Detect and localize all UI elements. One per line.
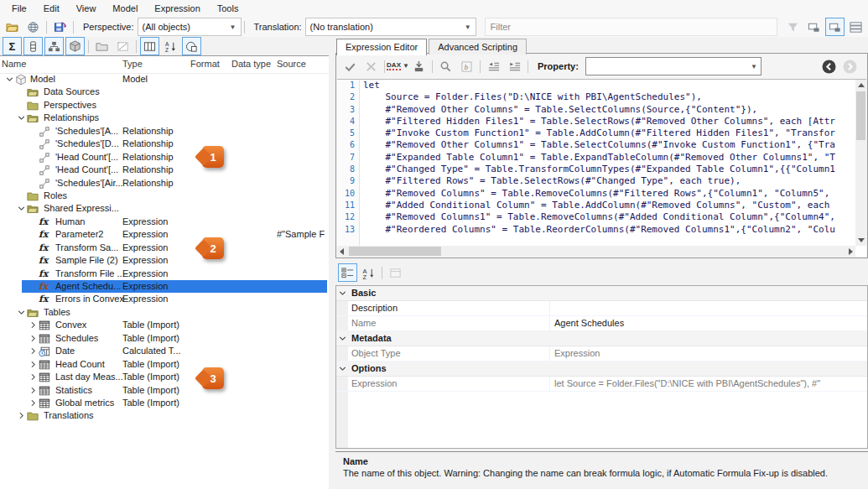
tree-row[interactable]: Global metricsTable (Import) bbox=[0, 397, 329, 409]
sigma-button[interactable]: Σ bbox=[3, 37, 22, 55]
indent-button[interactable] bbox=[505, 57, 524, 75]
tree-row[interactable]: Last day Meas...Table (Import) bbox=[0, 371, 329, 383]
property-row[interactable]: NameAgent Schedules bbox=[336, 316, 867, 331]
column-header-source[interactable]: Source bbox=[277, 59, 306, 69]
tree-row[interactable]: Roles bbox=[0, 190, 329, 202]
tree-row[interactable]: 'Schedules'[Air...Relationship bbox=[0, 177, 329, 190]
columns-button[interactable] bbox=[140, 37, 159, 55]
horizontal-scroll-thumb[interactable] bbox=[349, 247, 441, 256]
scroll-down-icon[interactable] bbox=[858, 238, 865, 242]
expander-icon[interactable] bbox=[28, 372, 39, 382]
tree-row[interactable]: 'Head Count'[...Relationship bbox=[0, 151, 329, 164]
expander-icon[interactable] bbox=[28, 346, 39, 356]
code-editor[interactable]: 12345678910111213 let Source = Folder.Fi… bbox=[337, 79, 866, 257]
expander-icon[interactable] bbox=[4, 74, 15, 85]
column-header-name[interactable]: Name bbox=[2, 59, 26, 69]
tree-row[interactable]: ConvexTable (Import) bbox=[0, 319, 329, 331]
dax-formatter-button[interactable]: DAX▼ bbox=[388, 57, 408, 75]
categorized-button[interactable] bbox=[338, 263, 357, 282]
tree-row[interactable]: fxHumanExpression bbox=[0, 216, 329, 228]
measures-button[interactable] bbox=[23, 37, 43, 55]
menu-model[interactable]: Model bbox=[104, 1, 146, 16]
tree-row[interactable]: 'Schedules'[D...Relationship bbox=[0, 138, 329, 150]
menu-file[interactable]: File bbox=[3, 1, 35, 16]
menu-edit[interactable]: Edit bbox=[35, 1, 68, 16]
column-header-type[interactable]: Type bbox=[122, 59, 143, 69]
tree-row[interactable]: fxTransform Sa...Expression bbox=[0, 242, 329, 254]
tree-row[interactable]: Data Sources bbox=[0, 86, 329, 98]
tree-row[interactable]: StatisticsTable (Import) bbox=[0, 384, 329, 397]
expander-icon[interactable] bbox=[16, 112, 27, 123]
tree-row[interactable]: fxErrors in ConvexExpression bbox=[0, 293, 329, 305]
scroll-right-icon[interactable] bbox=[849, 248, 853, 255]
perspective-cube-button[interactable] bbox=[65, 37, 85, 55]
column-header-data-type[interactable]: Data type bbox=[231, 59, 271, 69]
menu-tools[interactable]: Tools bbox=[209, 1, 247, 16]
open-file-button[interactable] bbox=[3, 18, 22, 36]
tree-row[interactable]: ModelModel bbox=[0, 73, 329, 86]
tab-expression-editor[interactable]: Expression Editor bbox=[336, 39, 427, 55]
expander-icon[interactable] bbox=[28, 398, 39, 408]
open-database-button[interactable] bbox=[23, 18, 43, 36]
scroll-left-icon[interactable] bbox=[340, 248, 344, 255]
expander-icon[interactable] bbox=[28, 385, 39, 396]
expander-icon[interactable] bbox=[16, 410, 27, 421]
collapse-icon[interactable] bbox=[337, 333, 348, 344]
property-row[interactable]: Object TypeExpression bbox=[336, 346, 867, 362]
tree-row[interactable]: DateCalculated T... bbox=[0, 345, 329, 357]
vertical-scroll-thumb[interactable] bbox=[856, 91, 865, 140]
expander-icon[interactable] bbox=[16, 307, 27, 318]
tree-row[interactable]: Tables bbox=[0, 306, 329, 319]
layout-flat-button[interactable] bbox=[804, 18, 824, 36]
property-category-row[interactable]: Basic bbox=[336, 286, 867, 301]
expander-icon[interactable] bbox=[28, 359, 39, 370]
property-row[interactable]: Description bbox=[336, 301, 867, 316]
show-metadata-button[interactable] bbox=[182, 37, 201, 55]
property-value[interactable]: Expression bbox=[554, 346, 865, 361]
save-deploy-button[interactable] bbox=[50, 18, 70, 36]
sort-alpha-button[interactable]: AZ bbox=[161, 37, 180, 55]
scroll-up-icon[interactable] bbox=[858, 83, 865, 87]
expander-icon[interactable] bbox=[16, 203, 27, 214]
property-value[interactable]: let Source = Folder.Files("D:\NICE with … bbox=[554, 377, 865, 391]
cancel-x-button[interactable] bbox=[361, 57, 381, 75]
alphabetical-button[interactable]: AZ bbox=[359, 263, 378, 282]
tree-row[interactable]: Head CountTable (Import) bbox=[0, 358, 329, 371]
accept-check-button[interactable] bbox=[340, 57, 360, 75]
column-header-format[interactable]: Format bbox=[190, 59, 220, 69]
tree-row[interactable]: 'Schedules'[A...Relationship bbox=[0, 125, 329, 138]
tree-row[interactable]: Shared Expressi... bbox=[0, 202, 329, 215]
tree-row[interactable]: Relationships bbox=[0, 112, 329, 124]
menu-view[interactable]: View bbox=[68, 1, 105, 16]
layout-tree-button[interactable] bbox=[825, 18, 845, 36]
outdent-button[interactable] bbox=[484, 57, 503, 75]
import-expression-button[interactable] bbox=[409, 57, 429, 75]
property-category-row[interactable]: Options bbox=[336, 362, 867, 377]
format-code-button[interactable]: b bbox=[457, 57, 476, 75]
panel-splitter[interactable] bbox=[329, 55, 335, 489]
display-folder-button[interactable] bbox=[92, 37, 112, 55]
horizontal-scrollbar[interactable] bbox=[337, 246, 855, 257]
tree-row[interactable]: fxParameter2Expression#"Sample F bbox=[0, 228, 329, 241]
tree-row[interactable]: fxSample File (2)Expression bbox=[0, 254, 329, 267]
tree-row[interactable]: Translations bbox=[0, 409, 329, 422]
filter-input[interactable] bbox=[485, 18, 777, 36]
tree-row[interactable]: SchedulesTable (Import) bbox=[0, 332, 329, 345]
detail-list-button[interactable] bbox=[846, 18, 865, 36]
expander-icon[interactable] bbox=[28, 320, 39, 330]
expander-icon[interactable] bbox=[28, 333, 39, 344]
collapse-icon[interactable] bbox=[337, 363, 348, 374]
code-lines[interactable]: let Source = Folder.Files("D:\NICE with … bbox=[360, 80, 855, 246]
tree-row[interactable]: Perspectives bbox=[0, 99, 329, 112]
vertical-scrollbar[interactable] bbox=[855, 80, 866, 246]
translation-select[interactable]: (No translation) ▼ bbox=[305, 18, 476, 36]
property-value[interactable]: Agent Schedules bbox=[554, 316, 865, 330]
perspective-select[interactable]: (All objects) ▼ bbox=[138, 18, 242, 36]
no-format-button[interactable] bbox=[113, 37, 133, 55]
menu-expression[interactable]: Expression bbox=[146, 1, 208, 16]
tab-advanced-scripting[interactable]: Advanced Scripting bbox=[429, 39, 527, 55]
tree-row[interactable]: fxTransform File ...Expression bbox=[0, 268, 329, 280]
tree-row[interactable]: fxAgent Schedu...Expression bbox=[0, 280, 329, 293]
property-row[interactable]: Expressionlet Source = Folder.Files("D:\… bbox=[336, 377, 867, 392]
collapse-icon[interactable] bbox=[337, 288, 348, 299]
